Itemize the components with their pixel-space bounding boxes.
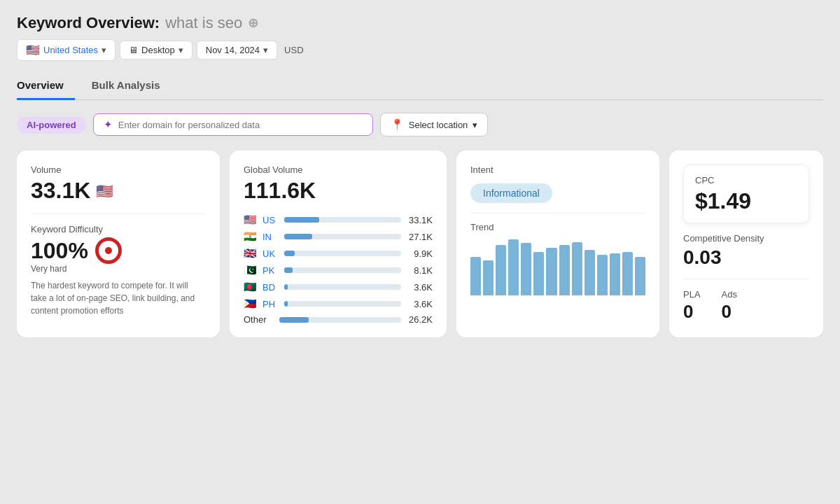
val-us: 33.1K xyxy=(406,215,433,225)
keyword-text: what is seo xyxy=(165,14,242,32)
val-pk: 8.1K xyxy=(406,265,433,276)
difficulty-description: The hardest keyword to compete for. It w… xyxy=(31,279,206,317)
trend-bar-4 xyxy=(521,243,531,295)
global-volume-label: Global Volume xyxy=(244,164,433,175)
ai-input-wrapper[interactable]: ✦ xyxy=(93,113,373,136)
val-ph: 3.6K xyxy=(406,299,433,309)
tab-bulk-analysis[interactable]: Bulk Analysis xyxy=(92,74,172,100)
cpc-box: CPC $1.49 xyxy=(683,164,809,223)
trend-bar-8 xyxy=(572,242,582,295)
other-label: Other xyxy=(244,314,274,325)
bar-bg-ph xyxy=(284,301,401,307)
country-row-in: 🇮🇳 IN 27.1K xyxy=(244,230,433,243)
date-chevron-icon: ▾ xyxy=(263,45,268,55)
difficulty-label: Keyword Difficulty xyxy=(31,224,206,234)
ads-value: 0 xyxy=(722,301,737,323)
pla-value: 0 xyxy=(683,301,701,323)
global-volume-card: Global Volume 111.6K 🇺🇸 US 33.1K 🇮🇳 IN 2… xyxy=(230,150,447,337)
flag-ph: 🇵🇭 xyxy=(244,298,258,310)
code-uk: UK xyxy=(262,248,279,259)
location-label: United States xyxy=(43,45,98,55)
bar-bg-bd xyxy=(284,284,401,290)
cards-grid: Volume 33.1K 🇺🇸 Keyword Difficulty 100% … xyxy=(17,150,823,337)
select-location-label: Select location xyxy=(409,120,468,130)
cpc-divider xyxy=(683,279,809,279)
intent-card: Intent Informational Trend xyxy=(456,150,659,337)
tab-overview[interactable]: Overview xyxy=(17,74,75,100)
country-row-bd: 🇧🇩 BD 3.6K xyxy=(244,281,433,293)
country-row-ph: 🇵🇭 PH 3.6K xyxy=(244,298,433,310)
device-filter[interactable]: 🖥 Desktop ▾ xyxy=(120,41,192,59)
bar-bg-in xyxy=(284,234,401,239)
global-volume-value: 111.6K xyxy=(244,178,433,204)
volume-value: 33.1K 🇺🇸 xyxy=(31,178,206,204)
flag-pk: 🇵🇰 xyxy=(244,264,258,276)
ai-badge: AI-powered xyxy=(17,116,86,134)
location-flag: 🇺🇸 xyxy=(26,43,40,57)
flag-bd: 🇧🇩 xyxy=(244,281,258,293)
val-other: 26.2K xyxy=(406,314,433,325)
trend-bar-10 xyxy=(597,255,608,295)
bar-bg-uk xyxy=(284,251,401,256)
trend-bar-6 xyxy=(546,248,556,295)
bar-bg-us xyxy=(284,217,401,223)
trend-bar-5 xyxy=(533,252,544,295)
bar-fill-in xyxy=(284,234,312,239)
bar-fill-ph xyxy=(284,301,288,307)
select-location-button[interactable]: 📍 Select location ▾ xyxy=(380,113,489,136)
other-row: Other 26.2K xyxy=(244,314,433,325)
country-row-us: 🇺🇸 US 33.1K xyxy=(244,214,433,226)
code-pk: PK xyxy=(262,265,279,276)
tabs-row: Overview Bulk Analysis xyxy=(17,74,823,100)
add-keyword-icon[interactable]: ⊕ xyxy=(248,15,258,31)
page-title: Keyword Overview: what is seo ⊕ xyxy=(17,14,823,32)
code-in: IN xyxy=(262,232,279,242)
volume-card: Volume 33.1K 🇺🇸 Keyword Difficulty 100% … xyxy=(17,150,220,337)
pla-label: PLA xyxy=(683,289,701,300)
trend-section: Trend xyxy=(470,213,645,295)
val-uk: 9.9K xyxy=(406,248,433,259)
trend-bar-12 xyxy=(622,252,633,295)
trend-bar-13 xyxy=(635,257,645,295)
country-row-pk: 🇵🇰 PK 8.1K xyxy=(244,264,433,276)
date-filter[interactable]: Nov 14, 2024 ▾ xyxy=(197,41,277,59)
bar-fill-pk xyxy=(284,267,293,273)
page-header: Keyword Overview: what is seo ⊕ 🇺🇸 Unite… xyxy=(17,14,823,61)
bar-fill-bd xyxy=(284,284,288,290)
flag-us: 🇺🇸 xyxy=(244,214,258,226)
difficulty-value: 100% xyxy=(31,237,206,264)
ads-item: Ads 0 xyxy=(722,289,737,323)
device-chevron-icon: ▾ xyxy=(178,45,183,55)
bar-bg-other xyxy=(279,317,401,323)
location-filter[interactable]: 🇺🇸 United States ▾ xyxy=(17,39,115,61)
very-hard-label: Very hard xyxy=(31,264,206,274)
bar-bg-pk xyxy=(284,267,401,273)
trend-bars xyxy=(470,239,645,295)
trend-label: Trend xyxy=(470,222,645,232)
currency-label: USD xyxy=(281,41,306,59)
title-prefix: Keyword Overview: xyxy=(17,14,160,32)
flag-uk: 🇬🇧 xyxy=(244,247,258,260)
trend-bar-11 xyxy=(610,253,620,295)
code-us: US xyxy=(262,215,279,225)
trend-bar-1 xyxy=(483,260,493,295)
cpc-card: CPC $1.49 Competitive Density 0.03 PLA 0… xyxy=(669,150,823,337)
code-ph: PH xyxy=(262,299,279,309)
cpc-label: CPC xyxy=(695,175,797,186)
bar-fill-uk xyxy=(284,251,295,256)
trend-bar-3 xyxy=(508,239,519,295)
bar-fill-us xyxy=(284,217,319,223)
ads-label: Ads xyxy=(722,289,737,300)
cpc-value: $1.49 xyxy=(695,188,797,214)
pla-item: PLA 0 xyxy=(683,289,701,323)
val-bd: 3.6K xyxy=(406,282,433,293)
trend-bar-2 xyxy=(496,245,506,295)
trend-bar-9 xyxy=(584,250,595,295)
trend-bar-0 xyxy=(470,257,481,295)
flag-in: 🇮🇳 xyxy=(244,230,258,243)
difficulty-circle xyxy=(95,237,122,264)
ai-bar: AI-powered ✦ 📍 Select location ▾ xyxy=(17,113,823,136)
select-location-chevron-icon: ▾ xyxy=(472,120,477,130)
device-label: Desktop xyxy=(141,45,175,55)
ai-domain-input[interactable] xyxy=(118,120,363,130)
